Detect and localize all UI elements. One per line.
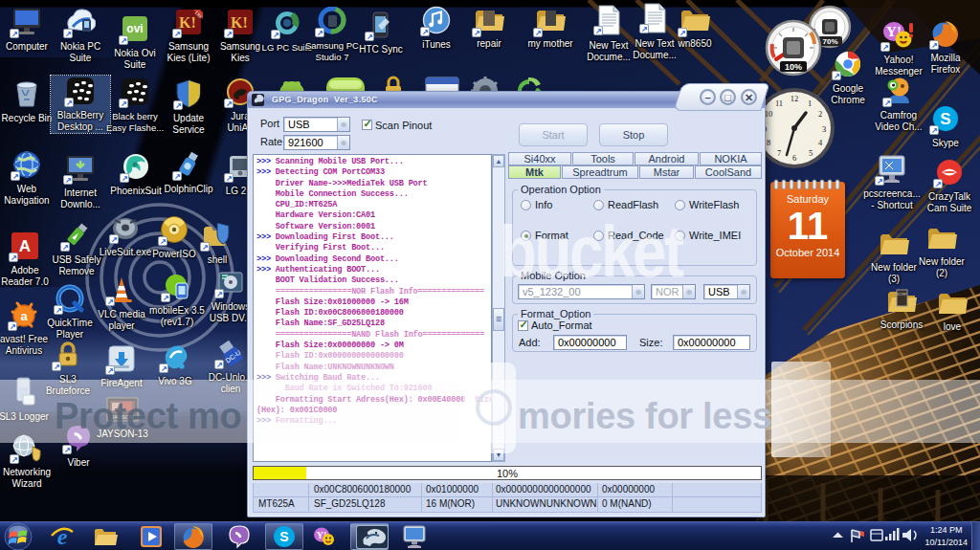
svg-text:ovi: ovi	[126, 22, 143, 35]
svg-text:12: 12	[791, 94, 799, 103]
svg-text:70%: 70%	[822, 37, 837, 46]
svg-text:K!: K!	[231, 14, 248, 31]
svg-text:10%: 10%	[785, 62, 802, 72]
svg-text:5: 5	[809, 148, 813, 158]
svg-text:a: a	[20, 309, 28, 323]
svg-text:3: 3	[822, 124, 826, 134]
svg-text:11: 11	[775, 99, 783, 108]
svg-text:2: 2	[818, 109, 822, 119]
svg-text:SCORP: SCORP	[897, 293, 907, 297]
svg-text:K!: K!	[179, 14, 196, 31]
svg-text:1: 1	[808, 99, 812, 108]
svg-text:A: A	[19, 237, 31, 255]
svg-text:S: S	[279, 529, 288, 544]
svg-text:8: 8	[767, 138, 770, 147]
svg-text:7: 7	[777, 148, 781, 158]
svg-text:10: 10	[765, 109, 773, 119]
svg-text:S: S	[940, 110, 950, 128]
svg-text:6: 6	[792, 153, 796, 163]
